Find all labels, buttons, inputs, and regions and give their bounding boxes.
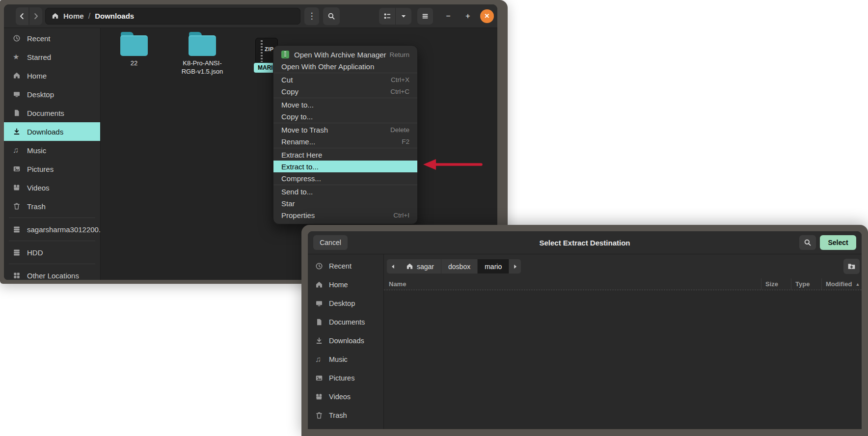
menu-item-rename[interactable]: Rename...F2 <box>273 136 417 147</box>
view-options-dropdown-button[interactable] <box>395 8 411 25</box>
sidebar-item-downloads[interactable]: Downloads <box>4 122 100 141</box>
sidebar-item-pictures[interactable]: Pictures <box>4 160 100 178</box>
menu-item-compress[interactable]: Compress... <box>273 172 417 184</box>
menu-item-cut[interactable]: CutCtrl+X <box>273 74 417 85</box>
breadcrumb[interactable]: Home / Downloads <box>45 8 300 25</box>
breadcrumb-root[interactable]: Home <box>63 12 84 20</box>
chevron-right-icon <box>32 12 40 20</box>
new-folder-button[interactable] <box>843 259 860 274</box>
app-menu-button[interactable] <box>417 8 433 25</box>
menu-item-send-to[interactable]: Send to... <box>273 186 417 197</box>
minimize-button[interactable]: − <box>442 12 455 21</box>
sidebar-item-trash[interactable]: Trash <box>4 197 100 216</box>
dialog-headerbar: Cancel Select Extract Destination Select <box>308 231 862 254</box>
column-header-name[interactable]: Name <box>384 280 761 288</box>
forward-button[interactable] <box>29 7 42 25</box>
sidebar-item-other-locations[interactable]: Other Locations <box>4 266 100 280</box>
sidebar-item-label: Trash <box>27 202 46 211</box>
menu-shortcut: Return <box>389 51 409 58</box>
file-list-empty-area[interactable] <box>384 290 862 429</box>
sidebar-item-music[interactable]: ♫Music <box>4 141 100 160</box>
files-headerbar: Home / Downloads ⋮ − + ✕ <box>4 4 497 28</box>
desktop-icon <box>315 300 323 307</box>
clock-icon <box>315 262 323 270</box>
screenshot-canvas: Home / Downloads ⋮ − + ✕ Recent ★ <box>0 0 868 436</box>
file-folder-22[interactable]: 22 <box>107 32 161 68</box>
sidebar-item-hdd[interactable]: HDD <box>4 243 100 262</box>
breadcrumb-segment-dosbox[interactable]: dosbox <box>441 259 477 273</box>
sidebar-item-label: Trash <box>329 411 347 419</box>
archive-manager-icon <box>281 51 289 58</box>
search-button[interactable] <box>323 7 340 25</box>
sidebar-item-label: Music <box>329 355 348 363</box>
menu-item-label: Copy to... <box>281 112 313 121</box>
breadcrumb-label: sagar <box>417 263 434 271</box>
sidebar-item-starred[interactable]: ★Starred <box>4 48 100 66</box>
menu-item-open-with-archive-manager[interactable]: Open With Archive Manager Return <box>273 49 417 60</box>
video-icon <box>13 184 21 191</box>
list-view-button[interactable] <box>379 8 395 25</box>
sidebar-item-recent[interactable]: Recent <box>4 29 100 48</box>
breadcrumb-segment-sagar[interactable]: sagar <box>399 259 441 273</box>
file-list-header: Name Size Type Modified▲ <box>384 278 862 290</box>
menu-shortcut: Ctrl+C <box>390 88 409 95</box>
dialog-search-button[interactable] <box>799 235 816 250</box>
sidebar-item-label: Pictures <box>27 165 54 173</box>
dialog-sidebar-item-videos[interactable]: Videos <box>308 387 383 406</box>
kebab-menu-button[interactable]: ⋮ <box>304 7 319 25</box>
select-button[interactable]: Select <box>820 235 856 250</box>
dialog-sidebar-item-music[interactable]: ♫Music <box>308 350 383 369</box>
menu-item-copy[interactable]: CopyCtrl+C <box>273 85 417 97</box>
breadcrumb-scroll-left-button[interactable] <box>387 259 399 273</box>
dialog-title: Select Extract Destination <box>308 239 862 247</box>
menu-item-label: Rename... <box>281 137 315 146</box>
dialog-sidebar-item-trash[interactable]: Trash <box>308 406 383 425</box>
breadcrumb-segment-mario[interactable]: mario <box>477 259 509 273</box>
sidebar-item-label: Downloads <box>329 337 364 345</box>
menu-item-label: Send to... <box>281 188 313 196</box>
dialog-sidebar-item-downloads[interactable]: Downloads <box>308 331 383 350</box>
trash-icon <box>315 411 323 419</box>
close-button[interactable]: ✕ <box>480 9 494 23</box>
breadcrumb-scroll-right-button[interactable] <box>509 259 521 273</box>
folder-icon <box>189 35 216 56</box>
breadcrumb-current[interactable]: Downloads <box>95 12 134 20</box>
dialog-sidebar-item-home[interactable]: Home <box>308 275 383 294</box>
document-icon <box>315 318 323 326</box>
column-header-type[interactable]: Type <box>791 278 821 290</box>
maximize-button[interactable]: + <box>461 12 474 21</box>
chevron-down-icon <box>400 13 407 20</box>
breadcrumb-label: dosbox <box>448 263 470 271</box>
desktop-icon <box>13 90 21 98</box>
sidebar-item-desktop[interactable]: Desktop <box>4 85 100 104</box>
back-button[interactable] <box>16 7 28 25</box>
menu-item-open-with-other-application[interactable]: Open With Other Application <box>273 60 417 72</box>
file-label: 22 <box>107 59 161 68</box>
dialog-sidebar-item-recent[interactable]: Recent <box>308 257 383 275</box>
file-label: K8-Pro-ANSI-RGB-v1.5.json <box>175 59 229 76</box>
dialog-sidebar-item-documents[interactable]: Documents <box>308 313 383 331</box>
sidebar-item-mobile-device[interactable]: sagarsharma3012200... <box>4 220 100 239</box>
menu-item-properties[interactable]: PropertiesCtrl+I <box>273 209 417 221</box>
menu-item-extract-to[interactable]: Extract to... <box>273 161 417 172</box>
search-icon <box>804 239 812 246</box>
sidebar-item-videos[interactable]: Videos <box>4 178 100 197</box>
dialog-sidebar-item-pictures[interactable]: Pictures <box>308 369 383 387</box>
menu-item-extract-here[interactable]: Extract Here <box>273 149 417 161</box>
breadcrumb-separator: / <box>88 12 90 21</box>
file-folder-k8-pro[interactable]: K8-Pro-ANSI-RGB-v1.5.json <box>175 32 229 76</box>
menu-item-copy-to[interactable]: Copy to... <box>273 110 417 122</box>
dialog-sidebar-item-desktop[interactable]: Desktop <box>308 294 383 313</box>
column-header-size[interactable]: Size <box>761 278 791 290</box>
sidebar-item-documents[interactable]: Documents <box>4 104 100 122</box>
cancel-button[interactable]: Cancel <box>313 235 348 250</box>
sidebar-item-home[interactable]: Home <box>4 66 100 85</box>
chevron-left-icon <box>18 12 26 20</box>
context-menu: Open With Archive Manager Return Open Wi… <box>273 45 418 224</box>
menu-item-star[interactable]: Star <box>273 197 417 209</box>
sidebar-item-label: Desktop <box>329 300 355 307</box>
column-header-modified[interactable]: Modified▲ <box>821 278 862 290</box>
menu-item-move-to-trash[interactable]: Move to TrashDelete <box>273 124 417 136</box>
menu-item-label: Open With Other Application <box>281 62 374 71</box>
menu-item-move-to[interactable]: Move to... <box>273 99 417 110</box>
